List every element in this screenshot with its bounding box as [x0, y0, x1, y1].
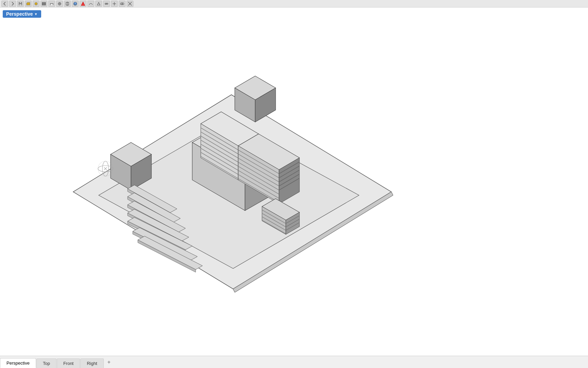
svg-point-21: [107, 3, 108, 4]
svg-rect-6: [42, 4, 46, 5]
toolbar-icon-curve[interactable]: [87, 1, 94, 7]
scene-canvas: [0, 7, 588, 356]
toolbar-icon-transform[interactable]: [80, 1, 86, 7]
toolbar-icon-print[interactable]: [48, 1, 55, 7]
toolbar-icon-trim[interactable]: [127, 1, 133, 7]
toolbar-icon-snap2[interactable]: [64, 1, 71, 7]
svg-rect-2: [20, 2, 21, 3]
svg-marker-18: [81, 2, 85, 5]
toolbar-icon-measure[interactable]: [72, 1, 79, 7]
toolbar-icon-split[interactable]: [111, 1, 118, 7]
tab-perspective[interactable]: Perspective: [0, 358, 36, 368]
bottom-tabs: Perspective Top Front Right +: [0, 356, 588, 368]
svg-point-17: [75, 4, 76, 5]
tab-front[interactable]: Front: [57, 358, 80, 368]
svg-rect-1: [19, 4, 21, 5]
viewport-area: Perspective ▼: [0, 7, 588, 356]
svg-rect-9: [51, 4, 53, 5]
add-viewport-button[interactable]: +: [104, 357, 114, 367]
toolbar-icon-view[interactable]: [33, 1, 39, 7]
svg-point-20: [105, 3, 107, 4]
svg-point-25: [122, 3, 124, 5]
toolbar-icon-layer[interactable]: [40, 1, 47, 7]
toolbar-icon-open[interactable]: [25, 1, 32, 7]
viewport-label-button[interactable]: Perspective ▼: [3, 10, 41, 18]
svg-point-3: [35, 2, 37, 5]
svg-rect-5: [42, 3, 46, 4]
toolbar-icon-rebuild[interactable]: [95, 1, 102, 7]
svg-rect-8: [51, 2, 53, 3]
toolbar-icon-forward[interactable]: [9, 1, 16, 7]
svg-rect-4: [42, 2, 46, 3]
toolbar-icon-save[interactable]: [17, 1, 24, 7]
toolbar: [0, 0, 588, 7]
toolbar-icon-join[interactable]: [103, 1, 110, 7]
tab-right[interactable]: Right: [80, 358, 103, 368]
viewport-dropdown-arrow: ▼: [34, 12, 38, 16]
viewport-label-text: Perspective: [6, 11, 33, 17]
toolbar-icon-boolean[interactable]: [119, 1, 126, 7]
scene-svg: [0, 7, 588, 356]
tab-top[interactable]: Top: [36, 358, 56, 368]
toolbar-icon-back[interactable]: [1, 1, 8, 7]
toolbar-icon-snap1[interactable]: [56, 1, 63, 7]
